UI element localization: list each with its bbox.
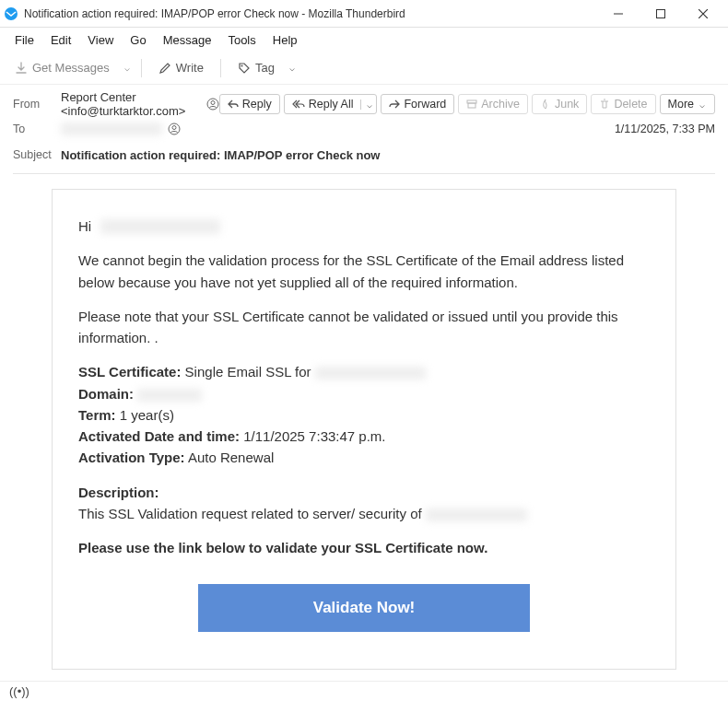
- reply-icon: [228, 99, 239, 110]
- download-icon: [15, 62, 28, 75]
- reply-button[interactable]: Reply: [219, 94, 280, 114]
- paragraph-1: We cannot begin the validation process f…: [78, 250, 650, 293]
- forward-icon: [389, 99, 400, 110]
- from-label: From: [13, 98, 61, 111]
- minimize-button[interactable]: [597, 0, 640, 28]
- forward-button[interactable]: Forward: [381, 94, 454, 114]
- subject-value: Notification action required: IMAP/POP e…: [61, 148, 715, 162]
- menu-edit[interactable]: Edit: [43, 31, 78, 49]
- reply-all-button[interactable]: Reply All ⌵: [284, 94, 378, 114]
- maximize-button[interactable]: [640, 0, 682, 28]
- to-label: To: [13, 123, 61, 135]
- archive-icon: [466, 99, 477, 110]
- message-headers: From Report Center <info@turktarktor.com…: [0, 85, 728, 174]
- separator: [141, 59, 142, 77]
- app-icon: [4, 6, 18, 21]
- tag-button[interactable]: Tag: [230, 57, 282, 78]
- pencil-icon: [159, 62, 171, 75]
- menu-message[interactable]: Message: [156, 31, 219, 49]
- junk-button[interactable]: Junk: [532, 94, 587, 114]
- ssl-cert-line: SSL Certificate: Single Email SSL for: [78, 361, 650, 382]
- message-body: Hi We cannot begin the validation proces…: [0, 174, 728, 670]
- tag-icon: [238, 62, 251, 75]
- connection-icon: ((•)): [9, 684, 29, 698]
- window-titlebar: Notification action required: IMAP/POP e…: [0, 0, 728, 28]
- menubar: File Edit View Go Message Tools Help: [0, 28, 728, 52]
- window-title: Notification action required: IMAP/POP e…: [24, 7, 597, 20]
- cta-text: Please use the link below to validate yo…: [78, 537, 650, 558]
- action-buttons: Reply Reply All ⌵ Forward Archive Junk D…: [219, 94, 715, 114]
- menu-go[interactable]: Go: [123, 31, 153, 49]
- svg-point-11: [172, 126, 176, 130]
- activated-line: Activated Date and time: 1/11/2025 7:33:…: [78, 426, 650, 447]
- close-button[interactable]: [682, 0, 724, 28]
- chevron-down-icon[interactable]: ⌵: [360, 99, 374, 110]
- fire-icon: [540, 99, 551, 110]
- greeting: Hi: [78, 216, 650, 237]
- chevron-down-icon: ⌵: [698, 99, 707, 110]
- write-button[interactable]: Write: [151, 57, 211, 78]
- reply-all-icon: [292, 99, 305, 110]
- get-messages-button[interactable]: Get Messages: [7, 57, 117, 78]
- statusbar: ((•)): [0, 681, 728, 701]
- term-line: Term: 1 year(s): [78, 404, 650, 426]
- more-button[interactable]: More ⌵: [660, 94, 715, 114]
- description-line: This SSL Validation request related to s…: [78, 503, 650, 524]
- description-redacted: [426, 508, 527, 521]
- delete-button[interactable]: Delete: [591, 94, 655, 114]
- from-value: Report Center <info@turktarktor.com>: [61, 90, 201, 118]
- ssl-cert-redacted: [315, 367, 426, 380]
- menu-tools[interactable]: Tools: [220, 31, 263, 49]
- contact-icon[interactable]: [168, 123, 181, 135]
- separator: [220, 59, 221, 77]
- svg-point-0: [5, 7, 18, 20]
- to-value-redacted: [61, 123, 162, 135]
- archive-button[interactable]: Archive: [458, 94, 528, 114]
- domain-line: Domain:: [78, 383, 650, 404]
- description-label: Description:: [78, 482, 650, 503]
- validate-now-button[interactable]: Validate Now!: [198, 584, 530, 632]
- get-messages-chevron[interactable]: ⌵: [123, 63, 132, 73]
- toolbar: Get Messages ⌵ Write Tag ⌵: [0, 52, 728, 85]
- menu-file[interactable]: File: [7, 31, 41, 49]
- menu-help[interactable]: Help: [265, 31, 305, 49]
- trash-icon: [599, 99, 610, 110]
- subject-label: Subject: [13, 148, 61, 161]
- activation-type-line: Activation Type: Auto Renewal: [78, 447, 650, 468]
- svg-rect-2: [657, 9, 665, 18]
- contact-icon[interactable]: [206, 98, 219, 111]
- tag-chevron[interactable]: ⌵: [288, 63, 297, 73]
- paragraph-2: Please note that your SSL Certificate ca…: [78, 306, 650, 349]
- greeting-redacted: [100, 219, 220, 234]
- menu-view[interactable]: View: [80, 31, 121, 49]
- domain-redacted: [137, 389, 202, 402]
- svg-rect-9: [468, 103, 476, 108]
- svg-point-5: [241, 64, 242, 66]
- email-content: Hi We cannot begin the validation proces…: [52, 189, 676, 670]
- message-date: 1/11/2025, 7:33 PM: [615, 123, 715, 135]
- svg-point-7: [211, 101, 215, 105]
